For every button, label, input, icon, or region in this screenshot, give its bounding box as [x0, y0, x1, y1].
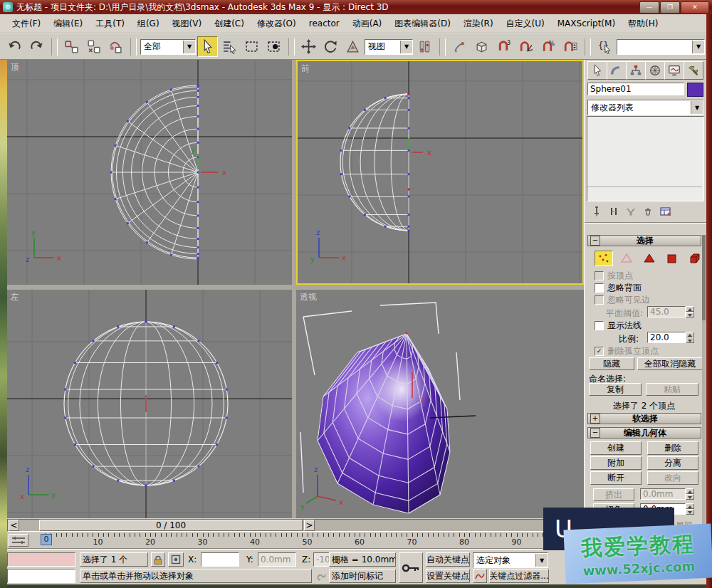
spinner-snap-icon[interactable]	[560, 36, 580, 57]
percent-snap-icon[interactable]: %	[538, 36, 558, 57]
maximize-button[interactable]: ❐	[660, 1, 680, 14]
vertex-icon[interactable]	[595, 251, 613, 266]
set-key-button[interactable]: 设置关键点	[426, 569, 470, 583]
x-coordinate-field[interactable]	[201, 552, 239, 567]
menu-graph-editors[interactable]: 图表编辑器(D)	[388, 15, 457, 33]
menu-modifiers[interactable]: 修改器(O)	[251, 15, 303, 33]
normals-scale-spinner[interactable]: 20.0	[647, 332, 694, 343]
menu-maxscript[interactable]: MAXScript(M)	[551, 16, 622, 31]
menu-create[interactable]: 创建(C)	[208, 15, 251, 33]
named-sets-icon[interactable]: {}	[595, 36, 615, 57]
face-icon[interactable]	[640, 251, 659, 266]
make-unique-icon[interactable]	[625, 206, 637, 217]
key-filters-button[interactable]: 关键点过滤器...	[489, 569, 549, 583]
named-selection-dropdown[interactable]: ▼	[617, 39, 705, 55]
move-icon[interactable]	[298, 36, 319, 57]
edit-geometry-rollout-header[interactable]: −编辑几何体	[587, 427, 701, 439]
configure-sets-icon[interactable]	[659, 206, 672, 217]
by-vertex-checkbox[interactable]: 按顶点	[595, 271, 633, 280]
region-rect-icon[interactable]	[241, 36, 262, 57]
viewport-top[interactable]: xy顶yxz	[7, 60, 292, 285]
menu-edit[interactable]: 编辑(E)	[47, 15, 89, 33]
viewport-left[interactable]: 左zyx	[7, 290, 292, 518]
utilities-tab-icon[interactable]	[684, 61, 703, 80]
collapse-icon[interactable]: −	[590, 428, 600, 438]
menu-customize[interactable]: 自定义(U)	[500, 15, 551, 33]
select-arrow-icon[interactable]	[197, 36, 218, 57]
unlink-icon[interactable]	[83, 36, 104, 57]
track-bar-ruler[interactable]: 1020304050607080900	[31, 532, 547, 548]
selection-lock-button[interactable]	[151, 552, 165, 567]
ignore-backfacing-checkbox[interactable]: 忽略背面	[595, 283, 642, 293]
create-button[interactable]: 创建	[590, 441, 642, 455]
angle-snap-icon[interactable]	[515, 36, 536, 57]
chevron-down-icon[interactable]: ▼	[691, 101, 703, 114]
select-by-name-icon[interactable]	[219, 36, 240, 57]
extrude-spinner[interactable]: 0.0mm	[640, 488, 694, 500]
time-slider-thumb[interactable]: 0 / 100	[39, 520, 303, 531]
show-normals-checkbox[interactable]: 显示法线	[595, 320, 642, 330]
menu-tools[interactable]: 工具(T)	[89, 15, 131, 33]
set-key-mode-button[interactable]	[399, 552, 423, 583]
soft-selection-rollout-header[interactable]: +软选择	[587, 413, 701, 424]
close-button[interactable]: ✕	[681, 1, 709, 14]
delete-isolated-checkbox[interactable]: ✓删除孤立顶点	[595, 346, 659, 356]
menu-views[interactable]: 视图(V)	[166, 15, 209, 33]
hide-button[interactable]: 隐藏	[589, 357, 634, 370]
menu-reactor[interactable]: reactor	[303, 16, 346, 31]
use-center-icon[interactable]	[414, 36, 435, 57]
window-crossing-icon[interactable]	[263, 36, 284, 57]
delete-button[interactable]: 删除	[647, 441, 698, 455]
viewport-perspective[interactable]: x透视zxy	[296, 290, 584, 518]
redo-icon[interactable]	[26, 36, 47, 57]
current-frame-marker[interactable]: 0	[41, 534, 52, 545]
copy-button[interactable]: 复制	[589, 383, 642, 396]
chevron-down-icon[interactable]: ▼	[183, 41, 195, 53]
snap-box-icon[interactable]	[471, 36, 492, 57]
maxscript-mini-listener-pink[interactable]	[7, 552, 75, 567]
time-slider[interactable]: < 0 / 100 >	[7, 519, 547, 532]
motion-tab-icon[interactable]	[645, 61, 665, 80]
chevron-down-icon[interactable]: ▼	[692, 41, 704, 53]
maxscript-mini-listener-white[interactable]	[7, 569, 75, 583]
title-bar[interactable]: ⊚ 无标题 - 项目文件夹: D:\用户目录\我的文档\3dsmax - Aut…	[0, 0, 712, 14]
key-filter-selected-dropdown[interactable]: 选定对象▼	[473, 552, 548, 568]
ignore-visible-edges-checkbox[interactable]: 忽略可见边	[595, 295, 650, 305]
snap-toggle-icon[interactable]: 3	[493, 36, 514, 57]
object-name-field[interactable]: Sphere01	[587, 83, 684, 95]
planar-threshold-spinner[interactable]: 45.0	[647, 306, 694, 317]
menu-rendering[interactable]: 渲染(R)	[457, 15, 500, 33]
detach-button[interactable]: 分离	[647, 456, 698, 470]
manipulate-icon[interactable]	[449, 36, 470, 57]
bind-spacewarp-icon[interactable]	[105, 36, 126, 57]
modify-tab-icon[interactable]	[607, 61, 627, 80]
extrude-button[interactable]: 挤出	[593, 488, 634, 501]
collapse-icon[interactable]: −	[590, 236, 600, 246]
pin-stack-icon[interactable]	[591, 206, 602, 217]
viewport-front-active[interactable]: x前zxy	[296, 60, 584, 285]
selection-rollout-header[interactable]: −选择	[587, 235, 701, 246]
hierarchy-tab-icon[interactable]	[626, 61, 646, 80]
panel-scrollbar-thumb[interactable]	[702, 235, 706, 320]
track-bar[interactable]: 1020304050607080900	[7, 532, 547, 549]
key-filter-curve-button[interactable]	[473, 569, 487, 583]
polygon-icon[interactable]	[663, 251, 681, 266]
undo-icon[interactable]	[4, 36, 25, 57]
add-time-tag[interactable]: 添加时间标记	[329, 569, 396, 583]
next-frame-button[interactable]: >	[304, 520, 315, 531]
create-tab-icon[interactable]	[587, 61, 607, 80]
scale-icon[interactable]	[342, 36, 363, 57]
break-button[interactable]: 断开	[590, 471, 642, 485]
auto-key-button[interactable]: 自动关键点	[426, 552, 470, 567]
edge-icon[interactable]	[617, 251, 636, 266]
y-coordinate-field[interactable]: 0.0mm	[258, 552, 296, 567]
paste-button[interactable]: 粘贴	[646, 383, 698, 396]
expand-icon[interactable]: +	[590, 414, 600, 424]
selection-filter-dropdown[interactable]: 全部▼	[140, 39, 196, 55]
chevron-down-icon[interactable]: ▼	[400, 41, 412, 53]
reference-coordsys-dropdown[interactable]: 视图▼	[365, 39, 413, 55]
select-link-icon[interactable]	[61, 36, 82, 57]
modifier-list-dropdown[interactable]: 修改器列表▼	[587, 100, 703, 115]
turn-button[interactable]: 改向	[647, 471, 698, 485]
unhide-all-button[interactable]: 全部取消隐藏	[637, 357, 703, 370]
